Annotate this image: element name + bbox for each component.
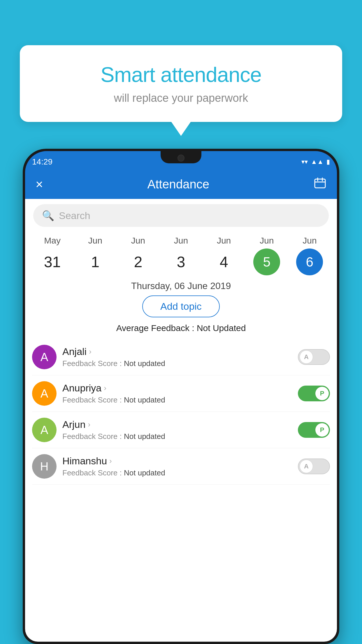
phone-notch — [161, 151, 201, 163]
feedback-score-3: Feedback Score : Not updated — [62, 468, 292, 477]
phone-frame: 14:29 ▾▾ ▲▲ ▮ × Attendance — [23, 149, 339, 644]
student-info-0: Anjali ›Feedback Score : Not updated — [62, 346, 292, 368]
date-month-1: Jun — [88, 236, 102, 246]
avatar-0: A — [32, 345, 57, 369]
date-day-6[interactable]: 6 — [296, 249, 323, 275]
date-day-4[interactable]: 4 — [210, 249, 237, 275]
toggle-3[interactable]: A — [298, 459, 330, 474]
speech-bubble: Smart attendance will replace your paper… — [20, 45, 342, 122]
date-month-6: Jun — [303, 236, 317, 246]
student-item-2: AArjun ›Feedback Score : Not updatedP — [32, 412, 330, 448]
calendar-icon[interactable] — [314, 177, 326, 192]
date-day-3[interactable]: 3 — [168, 249, 194, 275]
date-month-3: Jun — [174, 236, 188, 246]
toggle-2[interactable]: P — [298, 422, 330, 438]
date-month-4: Jun — [217, 236, 231, 246]
avatar-2: A — [32, 418, 57, 442]
chevron-icon-2: › — [88, 420, 90, 429]
date-col-5[interactable]: Jun5 — [249, 236, 284, 275]
chevron-icon-0: › — [89, 347, 92, 356]
avg-feedback: Average Feedback : Not Updated — [25, 323, 337, 333]
toggle-0[interactable]: A — [298, 349, 330, 365]
student-name-0[interactable]: Anjali › — [62, 346, 292, 357]
date-month-0: May — [44, 236, 61, 246]
status-time: 14:29 — [32, 154, 52, 167]
speech-bubble-container: Smart attendance will replace your paper… — [20, 45, 342, 122]
feedback-score-2: Feedback Score : Not updated — [62, 432, 292, 441]
screen-content: 🔍 Search May31Jun1Jun2Jun3Jun4Jun5Jun6 T… — [25, 199, 337, 642]
student-info-3: Himanshu ›Feedback Score : Not updated — [62, 455, 292, 477]
student-item-0: AAnjali ›Feedback Score : Not updatedA — [32, 339, 330, 375]
feedback-value-2: Not updated — [124, 432, 165, 441]
app-bar: × Attendance — [25, 170, 337, 199]
feedback-value-1: Not updated — [124, 396, 165, 404]
feedback-score-0: Feedback Score : Not updated — [62, 359, 292, 368]
selected-date-text: Thursday, 06 June 2019 — [25, 281, 337, 291]
date-col-4[interactable]: Jun4 — [206, 236, 241, 275]
search-placeholder: Search — [59, 210, 90, 221]
date-day-2[interactable]: 2 — [125, 249, 152, 275]
search-icon: 🔍 — [42, 210, 54, 221]
feedback-score-1: Feedback Score : Not updated — [62, 396, 292, 405]
phone-inner: 14:29 ▾▾ ▲▲ ▮ × Attendance — [25, 151, 337, 642]
date-picker: May31Jun1Jun2Jun3Jun4Jun5Jun6 — [25, 232, 337, 275]
avatar-3: H — [32, 454, 57, 479]
bubble-title: Smart attendance — [43, 63, 319, 87]
search-bar[interactable]: 🔍 Search — [33, 204, 329, 227]
student-name-1[interactable]: Anupriya › — [62, 382, 292, 394]
wifi-icon: ▾▾ — [301, 158, 308, 166]
student-item-1: AAnupriya ›Feedback Score : Not updatedP — [32, 375, 330, 412]
date-col-0[interactable]: May31 — [35, 236, 70, 275]
student-name-3[interactable]: Himanshu › — [62, 455, 292, 467]
date-day-0[interactable]: 31 — [39, 249, 66, 275]
date-col-1[interactable]: Jun1 — [78, 236, 113, 275]
date-month-2: Jun — [131, 236, 145, 246]
student-name-2[interactable]: Arjun › — [62, 419, 292, 430]
battery-icon: ▮ — [326, 158, 330, 166]
toggle-1[interactable]: P — [298, 386, 330, 401]
chevron-icon-1: › — [104, 384, 106, 393]
app-bar-title: Attendance — [147, 177, 210, 191]
feedback-value-3: Not updated — [124, 468, 165, 477]
date-day-5[interactable]: 5 — [253, 249, 280, 275]
student-list: AAnjali ›Feedback Score : Not updatedAAA… — [25, 339, 337, 485]
date-col-2[interactable]: Jun2 — [121, 236, 156, 275]
avg-feedback-label: Average Feedback : — [116, 323, 194, 333]
search-container: 🔍 Search — [25, 199, 337, 232]
svg-rect-0 — [315, 179, 325, 188]
add-topic-button[interactable]: Add topic — [142, 295, 220, 317]
date-month-5: Jun — [260, 236, 274, 246]
front-camera — [178, 155, 184, 162]
close-button[interactable]: × — [36, 178, 43, 191]
bubble-subtitle: will replace your paperwork — [43, 92, 319, 104]
avg-feedback-value: Not Updated — [197, 323, 246, 333]
student-info-1: Anupriya ›Feedback Score : Not updated — [62, 382, 292, 405]
date-day-1[interactable]: 1 — [82, 249, 109, 275]
date-col-3[interactable]: Jun3 — [164, 236, 198, 275]
student-info-2: Arjun ›Feedback Score : Not updated — [62, 419, 292, 441]
signal-icon: ▲▲ — [311, 158, 324, 166]
status-icons: ▾▾ ▲▲ ▮ — [301, 155, 330, 166]
avatar-1: A — [32, 381, 57, 406]
feedback-value-0: Not updated — [124, 359, 165, 368]
date-col-6[interactable]: Jun6 — [292, 236, 327, 275]
student-item-3: HHimanshu ›Feedback Score : Not updatedA — [32, 448, 330, 485]
chevron-icon-3: › — [109, 456, 112, 466]
